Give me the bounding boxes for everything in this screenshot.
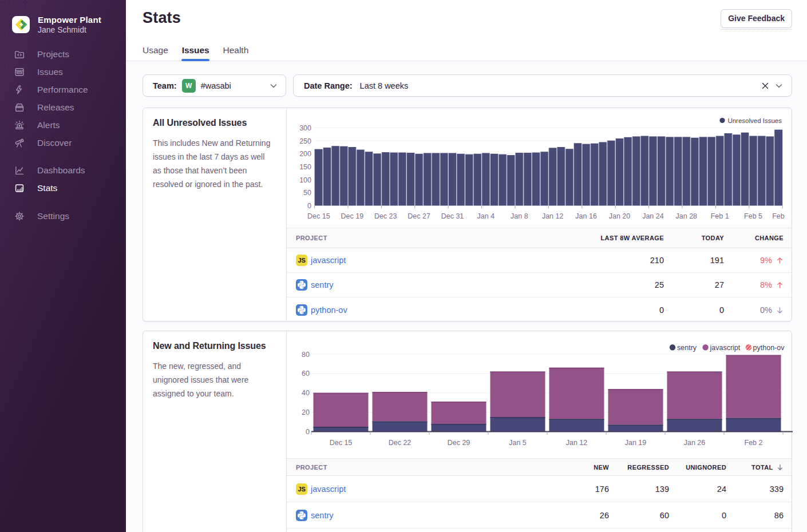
svg-text:Dec 27: Dec 27 xyxy=(408,212,430,220)
svg-text:50: 50 xyxy=(303,189,311,197)
svg-text:80: 80 xyxy=(302,351,310,359)
svg-text:Jan 19: Jan 19 xyxy=(625,439,647,447)
svg-text:Dec 29: Dec 29 xyxy=(448,439,470,447)
svg-text:Jan 26: Jan 26 xyxy=(684,439,706,447)
svg-text:0: 0 xyxy=(306,428,310,436)
svg-text:javascript: javascript xyxy=(710,344,741,352)
svg-text:200: 200 xyxy=(299,150,311,158)
svg-text:Jan 5: Jan 5 xyxy=(509,439,527,447)
svg-text:Jan 24: Jan 24 xyxy=(642,212,664,220)
svg-text:Dec 31: Dec 31 xyxy=(441,212,464,220)
svg-text:Jan 4: Jan 4 xyxy=(477,212,495,220)
svg-text:Dec 23: Dec 23 xyxy=(374,212,397,220)
svg-text:Feb 1: Feb 1 xyxy=(711,212,729,220)
svg-text:Jan 20: Jan 20 xyxy=(609,212,631,220)
svg-text:60: 60 xyxy=(302,370,310,378)
svg-text:150: 150 xyxy=(299,163,311,171)
svg-text:Jan 28: Jan 28 xyxy=(676,212,698,220)
svg-text:100: 100 xyxy=(299,176,311,184)
svg-text:Jan 12: Jan 12 xyxy=(542,212,564,220)
svg-text:Dec 15: Dec 15 xyxy=(330,439,353,447)
svg-text:Jan 16: Jan 16 xyxy=(575,212,597,220)
svg-text:Jan 8: Jan 8 xyxy=(511,212,528,220)
svg-text:sentry: sentry xyxy=(677,344,697,352)
svg-text:Feb: Feb xyxy=(772,212,785,220)
svg-text:Unresolved Issues: Unresolved Issues xyxy=(727,117,782,124)
svg-text:Jan 12: Jan 12 xyxy=(566,439,588,447)
svg-text:250: 250 xyxy=(299,137,311,145)
svg-text:Feb 2: Feb 2 xyxy=(745,439,763,447)
svg-text:python-ov: python-ov xyxy=(753,344,785,352)
svg-text:Dec 15: Dec 15 xyxy=(307,212,330,220)
svg-text:Dec 19: Dec 19 xyxy=(341,212,363,220)
svg-text:Feb 5: Feb 5 xyxy=(744,212,762,220)
svg-text:300: 300 xyxy=(299,124,311,132)
svg-text:0: 0 xyxy=(307,202,311,210)
svg-text:40: 40 xyxy=(302,389,310,397)
svg-text:20: 20 xyxy=(302,408,310,416)
svg-text:Dec 22: Dec 22 xyxy=(389,439,412,447)
